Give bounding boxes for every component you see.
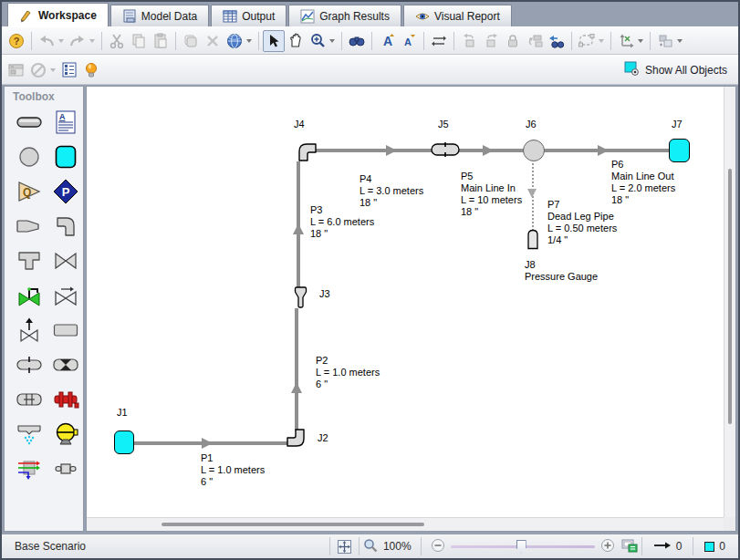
junction-j1-reservoir[interactable] bbox=[114, 430, 134, 454]
tab-workspace[interactable]: Workspace bbox=[7, 3, 109, 26]
junction-j5-orifice[interactable] bbox=[431, 142, 460, 161]
rotate-right-icon[interactable] bbox=[480, 30, 502, 52]
lock-icon[interactable] bbox=[502, 30, 524, 52]
volume-balance-tool[interactable] bbox=[52, 457, 79, 481]
tab-graph-results[interactable]: Graph Results bbox=[288, 5, 401, 26]
pipe-p4[interactable] bbox=[316, 149, 433, 152]
junction-j8-pressure-gauge[interactable] bbox=[526, 229, 539, 254]
flow-arrow bbox=[291, 382, 302, 393]
lasso-dropdown-caret[interactable] bbox=[599, 39, 604, 43]
junction-j3-reducer[interactable] bbox=[294, 285, 307, 313]
junction-label-j8-name: Pressure Gauge bbox=[525, 271, 598, 283]
print-layout-icon[interactable] bbox=[620, 538, 638, 555]
selected-pipes-counter: 0 bbox=[646, 540, 690, 553]
morph-icon[interactable] bbox=[524, 30, 546, 52]
zoom-slider-thumb[interactable] bbox=[516, 540, 526, 554]
delete-icon[interactable] bbox=[202, 30, 224, 52]
assigned-pressure-tool[interactable]: P bbox=[52, 180, 79, 203]
pipe-label-p4: P4L = 3.0 meters18 " bbox=[360, 173, 423, 209]
svg-text:?: ? bbox=[14, 36, 20, 47]
relief-valve-tool[interactable] bbox=[16, 318, 43, 342]
scale-dropdown-caret[interactable] bbox=[638, 39, 643, 43]
tab-output[interactable]: Output bbox=[211, 5, 287, 26]
font-increase-icon[interactable]: A bbox=[376, 30, 398, 52]
globe-icon[interactable] bbox=[224, 30, 245, 52]
valve-tool[interactable] bbox=[52, 249, 79, 273]
paste-icon[interactable] bbox=[150, 30, 172, 52]
junction-label-j8: J8 Pressure Gauge bbox=[525, 259, 598, 283]
separator bbox=[453, 32, 454, 50]
general-component-tool[interactable] bbox=[52, 318, 79, 342]
control-valve-tool[interactable] bbox=[16, 284, 43, 307]
window-options-icon[interactable] bbox=[5, 59, 27, 81]
lasso-select-icon[interactable] bbox=[576, 30, 598, 52]
reservoir-tool[interactable] bbox=[52, 145, 79, 169]
zoom-slider[interactable] bbox=[451, 545, 595, 548]
assigned-flow-tool[interactable]: Q bbox=[16, 180, 43, 203]
tee-tool[interactable] bbox=[16, 249, 43, 273]
scale-position-icon[interactable] bbox=[615, 30, 637, 52]
tab-model-data[interactable]: Model Data bbox=[110, 5, 209, 26]
pipe-p2[interactable] bbox=[295, 308, 298, 430]
horizontal-scrollbar[interactable] bbox=[87, 517, 724, 531]
annotation-tool[interactable]: A bbox=[52, 110, 79, 134]
undo-dropdown-caret[interactable] bbox=[58, 39, 64, 43]
show-all-objects-button[interactable]: Show All Objects bbox=[617, 59, 735, 80]
check-valve-tool[interactable] bbox=[52, 284, 79, 307]
zoom-in-icon[interactable] bbox=[600, 538, 615, 555]
special-conditions-caret[interactable] bbox=[50, 68, 56, 72]
workspace-canvas[interactable]: J1 J2 J3 J4 J5 J6 J7 J8 Pressure Gauge P… bbox=[87, 87, 724, 517]
junction-j2-bend[interactable] bbox=[286, 428, 307, 452]
flow-arrow bbox=[483, 145, 494, 156]
fit-view-icon[interactable] bbox=[334, 535, 355, 557]
horizontal-scrollbar-thumb[interactable] bbox=[162, 523, 424, 526]
junction-j4-bend[interactable] bbox=[297, 141, 318, 166]
screen-tool[interactable] bbox=[16, 388, 43, 411]
reverse-direction-icon[interactable] bbox=[428, 30, 450, 52]
special-conditions-icon[interactable] bbox=[27, 59, 49, 81]
branch-tool[interactable] bbox=[16, 145, 43, 169]
svg-text:A: A bbox=[59, 112, 66, 121]
globe-dropdown-caret[interactable] bbox=[246, 39, 252, 43]
tab-visual-report[interactable]: Visual Report bbox=[403, 5, 512, 26]
duplicate-icon[interactable] bbox=[180, 30, 202, 52]
bend-tool[interactable] bbox=[52, 214, 79, 238]
font-decrease-icon[interactable]: A bbox=[398, 30, 420, 52]
detail-list-icon[interactable] bbox=[58, 59, 80, 81]
pump-tool[interactable] bbox=[52, 422, 79, 446]
find-icon[interactable] bbox=[346, 30, 368, 52]
flow-arrow bbox=[293, 223, 304, 234]
redo-icon[interactable] bbox=[67, 30, 89, 52]
arrange-dropdown-caret[interactable] bbox=[677, 39, 683, 43]
pipe-tool[interactable] bbox=[16, 110, 43, 134]
lightbulb-icon[interactable] bbox=[80, 59, 102, 81]
heat-exchanger-tool[interactable] bbox=[52, 388, 79, 411]
zoom-dropdown-caret[interactable] bbox=[329, 39, 335, 43]
select-arrow-icon[interactable] bbox=[263, 30, 285, 52]
pipe-count-value: 0 bbox=[676, 540, 683, 553]
copy-icon[interactable] bbox=[128, 30, 150, 52]
zoom-out-icon[interactable] bbox=[431, 538, 445, 555]
zoom-icon[interactable] bbox=[307, 30, 328, 52]
vertical-scrollbar[interactable] bbox=[724, 87, 735, 517]
pan-hand-icon[interactable] bbox=[285, 30, 307, 52]
rotate-left-icon[interactable] bbox=[458, 30, 480, 52]
help-icon[interactable]: ? bbox=[5, 30, 27, 52]
reducer-tool[interactable] bbox=[16, 214, 43, 238]
heat-transfer-tool[interactable] bbox=[16, 457, 43, 481]
spray-discharge-tool[interactable] bbox=[16, 422, 43, 446]
jump-to-icon[interactable] bbox=[546, 30, 568, 52]
junction-label-j2: J2 bbox=[318, 432, 328, 444]
pipe-label-p1: P1L = 1.0 meters6 " bbox=[201, 452, 265, 488]
tab-label: Model Data bbox=[141, 10, 197, 23]
venturi-tool[interactable] bbox=[52, 353, 79, 377]
arrange-icon[interactable] bbox=[654, 30, 676, 52]
svg-text:A: A bbox=[404, 36, 412, 47]
orifice-tool[interactable] bbox=[16, 353, 43, 377]
separator bbox=[329, 537, 330, 555]
junction-j6-branch[interactable] bbox=[523, 140, 545, 161]
cut-icon[interactable] bbox=[106, 30, 128, 52]
undo-icon[interactable] bbox=[36, 30, 57, 52]
redo-dropdown-caret[interactable] bbox=[89, 39, 95, 43]
vertical-scrollbar-thumb[interactable] bbox=[728, 169, 732, 424]
